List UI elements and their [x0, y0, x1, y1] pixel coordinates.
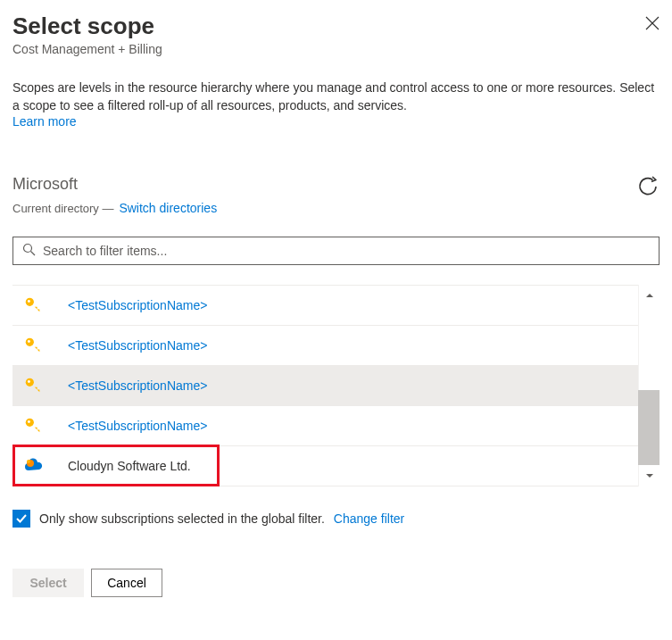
filter-checkbox[interactable]: [12, 510, 30, 528]
scope-item-label: <TestSubscriptionName>: [68, 378, 207, 393]
scope-item-label: Cloudyn Software Ltd.: [68, 459, 191, 473]
learn-more-link[interactable]: Learn more: [12, 114, 77, 129]
svg-point-4: [28, 340, 30, 343]
cancel-button[interactable]: Cancel: [91, 569, 162, 597]
svg-point-0: [24, 245, 32, 253]
search-icon: [22, 243, 36, 259]
key-icon: [23, 336, 68, 355]
close-icon[interactable]: [645, 16, 660, 33]
breadcrumb: Cost Management + Billing: [12, 42, 162, 56]
svg-point-6: [28, 380, 30, 383]
directory-name: Microsoft: [12, 175, 217, 194]
scroll-up-icon[interactable]: [639, 285, 660, 306]
scope-item-label: <TestSubscriptionName>: [68, 338, 207, 353]
scope-list: <TestSubscriptionName> <TestSubscription…: [12, 285, 638, 486]
cloud-icon: [23, 456, 68, 476]
scope-item[interactable]: <TestSubscriptionName>: [12, 365, 638, 405]
switch-directories-link[interactable]: Switch directories: [119, 201, 217, 215]
svg-point-2: [28, 300, 30, 303]
scope-item-label: <TestSubscriptionName>: [68, 419, 207, 433]
scrollbar[interactable]: [638, 285, 660, 486]
page-title: Select scope: [12, 12, 162, 40]
search-input[interactable]: [43, 244, 650, 258]
description-text: Scopes are levels in the resource hierar…: [12, 79, 660, 114]
key-icon: [23, 295, 68, 315]
select-button: Select: [12, 569, 84, 597]
scroll-thumb[interactable]: [638, 390, 660, 465]
scope-item-label: <TestSubscriptionName>: [68, 298, 207, 312]
scroll-down-icon[interactable]: [639, 465, 660, 486]
current-directory-label: Current directory —: [12, 202, 113, 215]
search-input-container[interactable]: [12, 237, 660, 265]
scope-item[interactable]: <TestSubscriptionName>: [12, 325, 638, 365]
svg-point-8: [28, 420, 30, 423]
scope-item[interactable]: <TestSubscriptionName>: [12, 405, 638, 445]
change-filter-link[interactable]: Change filter: [334, 511, 404, 526]
filter-label: Only show subscriptions selected in the …: [39, 511, 325, 526]
svg-point-10: [27, 460, 30, 463]
refresh-icon[interactable]: [636, 175, 660, 201]
key-icon: [23, 416, 68, 436]
scope-item[interactable]: Cloudyn Software Ltd.: [12, 445, 638, 486]
key-icon: [23, 376, 68, 395]
scope-item[interactable]: <TestSubscriptionName>: [12, 285, 638, 325]
